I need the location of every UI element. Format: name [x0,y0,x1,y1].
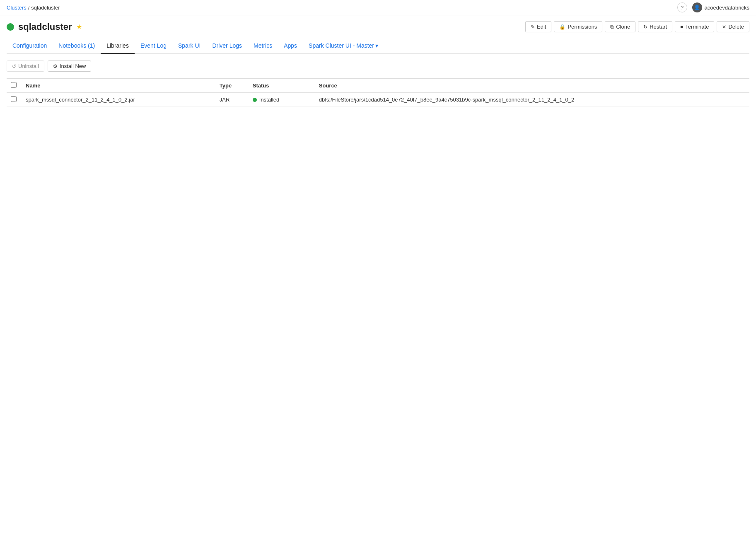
clone-button[interactable]: ⧉ Clone [605,21,635,32]
main-content: ↺ Uninstall ⚙ Install New Name Type Stat… [0,54,756,114]
edit-button[interactable]: ✎ Edit [525,21,551,32]
breadcrumb-clusters-link[interactable]: Clusters [7,5,27,11]
header-checkbox-col [7,79,22,93]
cluster-status-dot [7,23,14,31]
delete-icon: ✕ [722,24,726,30]
tab-metrics[interactable]: Metrics [248,38,278,54]
lock-icon: 🔒 [559,24,565,30]
permissions-button[interactable]: 🔒 Permissions [554,21,602,32]
tab-spark-ui[interactable]: Spark UI [172,38,206,54]
table-header-row: Name Type Status Source [7,79,749,93]
cluster-actions: ✎ Edit 🔒 Permissions ⧉ Clone ↻ Restart ■… [525,21,749,32]
header-name: Name [22,79,215,93]
install-icon: ⚙ [53,63,58,69]
restart-label: Restart [650,24,667,30]
toolbar: ↺ Uninstall ⚙ Install New [7,61,749,72]
user-name: acoedevdatabricks [705,5,749,11]
top-bar: Clusters / sqladcluster ? 👤 acoedevdatab… [0,0,756,15]
install-new-label: Install New [60,63,86,69]
chevron-down-icon: ▾ [375,42,378,49]
install-new-button[interactable]: ⚙ Install New [48,61,92,72]
tab-spark-cluster-ui[interactable]: Spark Cluster UI - Master ▾ [303,38,384,54]
select-all-checkbox[interactable] [11,82,17,88]
row-source-0: dbfs:/FileStore/jars/1cdad514_0e72_40f7_… [315,93,749,107]
tab-libraries[interactable]: Libraries [101,38,135,54]
edit-label: Edit [537,24,546,30]
breadcrumb-current: sqladcluster [31,5,60,11]
cluster-name: sqladcluster [18,22,72,32]
uninstall-label: Uninstall [18,63,39,69]
restart-button[interactable]: ↻ Restart [638,21,672,32]
delete-label: Delete [728,24,744,30]
header-type: Type [215,79,249,93]
delete-button[interactable]: ✕ Delete [717,21,749,32]
tab-configuration[interactable]: Configuration [7,38,53,54]
edit-icon: ✎ [531,24,535,30]
top-bar-right: ? 👤 acoedevdatabricks [677,2,749,12]
permissions-label: Permissions [568,24,597,30]
user-menu[interactable]: 👤 acoedevdatabricks [692,2,749,12]
user-avatar: 👤 [692,2,702,12]
cluster-header: sqladcluster ★ ✎ Edit 🔒 Permissions ⧉ Cl… [0,15,756,54]
breadcrumb: Clusters / sqladcluster [7,5,60,11]
row-status-0: Installed [249,93,315,107]
libraries-table: Name Type Status Source spark_mssql_conn… [7,78,749,107]
help-button[interactable]: ? [677,2,687,12]
star-icon[interactable]: ★ [76,23,82,31]
row-type-0: JAR [215,93,249,107]
header-source: Source [315,79,749,93]
tab-spark-cluster-ui-label: Spark Cluster UI - Master [309,42,374,49]
uninstall-button[interactable]: ↺ Uninstall [7,61,44,72]
tab-notebooks[interactable]: Notebooks (1) [53,38,101,54]
terminate-label: Terminate [685,24,709,30]
cluster-title-row: sqladcluster ★ ✎ Edit 🔒 Permissions ⧉ Cl… [7,21,749,32]
header-status: Status [249,79,315,93]
user-avatar-icon: 👤 [694,5,700,10]
restart-icon: ↻ [643,24,647,30]
table-row: spark_mssql_connector_2_11_2_4_1_0_2.jar… [7,93,749,107]
tab-apps[interactable]: Apps [278,38,303,54]
status-dot-0 [253,98,257,102]
clone-icon: ⧉ [610,24,614,30]
row-checkbox-0[interactable] [11,96,17,102]
terminate-button[interactable]: ■ Terminate [675,21,714,32]
uninstall-icon: ↺ [12,63,16,69]
terminate-icon: ■ [680,24,683,30]
clone-label: Clone [616,24,630,30]
tabs: Configuration Notebooks (1) Libraries Ev… [7,38,749,54]
breadcrumb-separator: / [28,5,30,11]
row-name-0: spark_mssql_connector_2_11_2_4_1_0_2.jar [22,93,215,107]
tab-event-log[interactable]: Event Log [135,38,172,54]
status-text-0: Installed [259,97,279,103]
tab-driver-logs[interactable]: Driver Logs [206,38,248,54]
